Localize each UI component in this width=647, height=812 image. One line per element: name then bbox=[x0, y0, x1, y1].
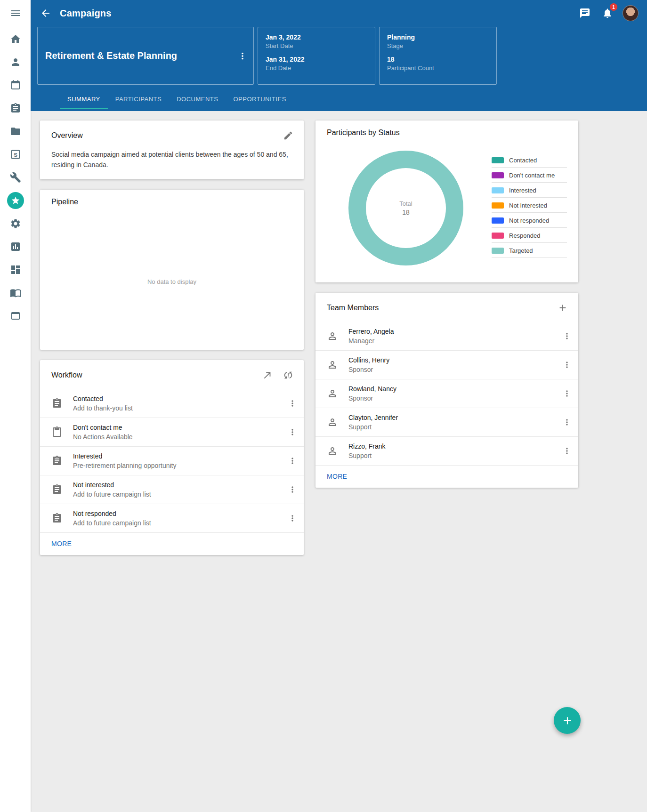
team-member-row: Ferrero, Angela Manager bbox=[315, 322, 578, 351]
legend-item[interactable]: Contacted bbox=[492, 153, 567, 168]
clipboard-icon bbox=[51, 426, 63, 438]
gear-icon[interactable] bbox=[6, 214, 25, 233]
calendar-icon[interactable] bbox=[6, 76, 25, 95]
legend-swatch bbox=[492, 172, 504, 178]
legend-item[interactable]: Don't contact me bbox=[492, 168, 567, 183]
member-name: Ferrero, Angela bbox=[348, 328, 560, 335]
participant-count-label: Participant Count bbox=[387, 64, 489, 72]
person-outline-icon bbox=[327, 359, 338, 370]
assignment-icon bbox=[51, 398, 63, 409]
star-campaigns-icon bbox=[7, 192, 24, 209]
workflow-row: Don't contact me No Actions Available bbox=[40, 418, 304, 447]
start-date-value: Jan 3, 2022 bbox=[266, 33, 367, 41]
member-role: Sponsor bbox=[348, 394, 560, 402]
member-role: Manager bbox=[348, 337, 560, 345]
legend-swatch bbox=[492, 187, 504, 193]
legend-label: Targeted bbox=[509, 247, 533, 254]
legend-item[interactable]: Not interested bbox=[492, 198, 567, 213]
campaign-title-box: Retirement & Estate Planning bbox=[37, 27, 254, 85]
row-kebab-icon[interactable] bbox=[286, 426, 299, 439]
tasks-clipboard-icon[interactable] bbox=[6, 99, 25, 118]
row-kebab-icon[interactable] bbox=[286, 483, 299, 496]
edit-pencil-icon[interactable] bbox=[281, 129, 295, 143]
sync-problem-icon[interactable] bbox=[281, 368, 295, 382]
row-kebab-icon[interactable] bbox=[560, 444, 574, 458]
legend-item[interactable]: Responded bbox=[492, 228, 567, 243]
add-team-member-plus-icon[interactable] bbox=[556, 301, 570, 315]
svg-text:S: S bbox=[14, 152, 17, 158]
workflow-action: Add to future campaign list bbox=[73, 490, 286, 498]
campaign-summary-bar: Retirement & Estate Planning Jan 3, 2022… bbox=[31, 26, 647, 85]
workflow-action: Add to thank-you list bbox=[73, 404, 286, 412]
chart-legend: Contacted Don't contact me Interested No… bbox=[492, 153, 567, 265]
workflow-status: Not responded bbox=[73, 510, 286, 517]
campaign-stage-box: Planning Stage 18 Participant Count bbox=[379, 27, 497, 85]
s-square-icon[interactable]: S bbox=[6, 145, 25, 164]
menu-icon[interactable] bbox=[6, 4, 25, 23]
member-name: Rowland, Nancy bbox=[348, 385, 560, 393]
tab-summary[interactable]: SUMMARY bbox=[60, 90, 108, 109]
legend-item[interactable]: Not responded bbox=[492, 213, 567, 228]
home-icon[interactable] bbox=[6, 30, 25, 48]
overview-title: Overview bbox=[51, 131, 83, 140]
legend-swatch bbox=[492, 157, 504, 163]
workflow-row: Interested Pre-retirement planning oppor… bbox=[40, 447, 304, 475]
person-outline-icon bbox=[327, 445, 338, 457]
overview-card: Overview Social media campaign aimed at … bbox=[40, 121, 304, 179]
row-kebab-icon[interactable] bbox=[560, 387, 574, 400]
open-in-new-arrow-icon[interactable] bbox=[260, 368, 275, 382]
participants-by-status-title: Participants by Status bbox=[327, 129, 400, 137]
campaign-dates-box: Jan 3, 2022 Start Date Jan 31, 2022 End … bbox=[258, 27, 375, 85]
legend-label: Not responded bbox=[509, 217, 549, 224]
sidebar-item-campaigns[interactable] bbox=[6, 191, 25, 210]
legend-swatch bbox=[492, 202, 504, 209]
pipeline-card: Pipeline No data to display bbox=[40, 190, 304, 350]
legend-swatch bbox=[492, 248, 504, 254]
workflow-more-button[interactable]: MORE bbox=[40, 533, 83, 555]
donut-total-label: Total bbox=[399, 200, 412, 207]
back-arrow-icon[interactable] bbox=[38, 6, 53, 21]
team-member-row: Collins, Henry Sponsor bbox=[315, 351, 578, 379]
main-content: Overview Social media campaign aimed at … bbox=[31, 111, 647, 565]
book-icon[interactable] bbox=[6, 283, 25, 302]
tab-documents[interactable]: DOCUMENTS bbox=[169, 90, 226, 109]
person-icon[interactable] bbox=[6, 53, 25, 72]
team-member-row: Rizzo, Frank Support bbox=[315, 437, 578, 466]
legend-item[interactable]: Targeted bbox=[492, 243, 567, 258]
legend-label: Interested bbox=[509, 187, 536, 194]
tab-opportunities[interactable]: OPPORTUNITIES bbox=[226, 90, 293, 109]
row-kebab-icon[interactable] bbox=[560, 330, 574, 343]
workflow-status: Interested bbox=[73, 452, 286, 460]
campaign-title: Retirement & Estate Planning bbox=[45, 50, 177, 61]
sidebar: S bbox=[0, 0, 31, 812]
team-members-more-button[interactable]: MORE bbox=[315, 466, 358, 488]
workflow-action: Add to future campaign list bbox=[73, 519, 286, 527]
row-kebab-icon[interactable] bbox=[560, 358, 574, 371]
donut-chart: Total 18 Contacted Don't contact me Inte… bbox=[315, 144, 578, 282]
notification-badge: 1 bbox=[610, 3, 617, 11]
top-bar: Campaigns 1 bbox=[31, 0, 647, 26]
browser-window-icon[interactable] bbox=[6, 306, 25, 325]
row-kebab-icon[interactable] bbox=[286, 397, 299, 410]
row-kebab-icon[interactable] bbox=[286, 454, 299, 467]
overview-body-text: Social media campaign aimed at potential… bbox=[40, 150, 304, 179]
workflow-row: Not interested Add to future campaign li… bbox=[40, 475, 304, 504]
avatar[interactable] bbox=[623, 5, 639, 21]
donut-ring[interactable]: Total 18 bbox=[348, 151, 463, 265]
row-kebab-icon[interactable] bbox=[560, 416, 574, 429]
member-role: Support bbox=[348, 423, 560, 431]
wrench-icon[interactable] bbox=[6, 168, 25, 187]
add-fab[interactable] bbox=[554, 707, 581, 734]
chat-icon[interactable] bbox=[577, 6, 592, 21]
folder-icon[interactable] bbox=[6, 122, 25, 141]
app-header: Campaigns 1 Retirement & Estate Planning… bbox=[31, 0, 647, 111]
assignment-icon bbox=[51, 484, 63, 495]
campaign-menu-kebab-icon[interactable] bbox=[235, 49, 250, 63]
bar-chart-icon[interactable] bbox=[6, 237, 25, 256]
row-kebab-icon[interactable] bbox=[286, 512, 299, 525]
legend-swatch bbox=[492, 233, 504, 239]
tab-participants[interactable]: PARTICIPANTS bbox=[108, 90, 169, 109]
legend-item[interactable]: Interested bbox=[492, 183, 567, 198]
team-member-row: Rowland, Nancy Sponsor bbox=[315, 379, 578, 408]
dashboard-icon[interactable] bbox=[6, 260, 25, 279]
